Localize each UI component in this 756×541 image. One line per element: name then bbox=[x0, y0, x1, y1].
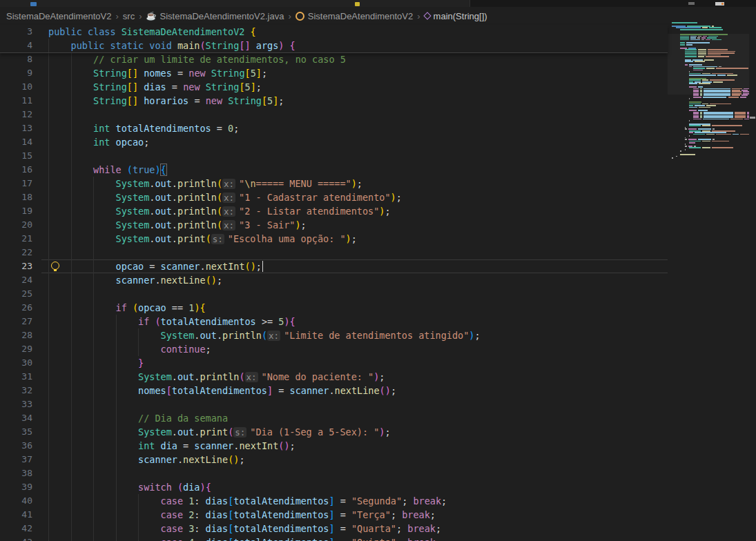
line-number[interactable]: 19 bbox=[0, 204, 32, 218]
code-line[interactable]: 39 switch (dia){ bbox=[0, 480, 668, 494]
line-number[interactable]: 3 bbox=[0, 25, 32, 39]
code-line[interactable]: 18 System.out.println(x:"1 - Cadastrar a… bbox=[0, 190, 668, 204]
line-number[interactable]: 9 bbox=[0, 66, 32, 80]
line-number[interactable]: 28 bbox=[0, 328, 32, 342]
line-number[interactable]: 25 bbox=[0, 287, 32, 301]
line-number[interactable]: 33 bbox=[0, 397, 32, 411]
code-line[interactable]: 33 bbox=[0, 397, 668, 411]
code-line[interactable]: 21 System.out.print(s:"Escolha uma opção… bbox=[0, 232, 668, 246]
minimap[interactable] bbox=[668, 22, 749, 541]
line-number[interactable]: 26 bbox=[0, 301, 32, 315]
line-number[interactable]: 41 bbox=[0, 508, 32, 522]
code-line[interactable]: 36 int dia = scanner.nextInt(); bbox=[0, 439, 668, 453]
indent-guide bbox=[71, 287, 72, 301]
line-number[interactable]: 12 bbox=[0, 108, 32, 121]
breadcrumb-item[interactable]: SistemaDeAtendimentoV2 bbox=[295, 11, 413, 21]
code-line[interactable]: 10 String[] dias = new String[5]; bbox=[0, 80, 668, 94]
line-number[interactable]: 29 bbox=[0, 342, 32, 356]
symbol-class-icon bbox=[295, 12, 304, 21]
code-area[interactable]: 8 // criar um limite de atendimentos, no… bbox=[0, 52, 668, 541]
code-line[interactable]: 35 System.out.print(s:"Dia (1-Seg a 5-Se… bbox=[0, 425, 668, 439]
code-line[interactable]: 43 case 4: dias[totalAtendimentos] = "Qu… bbox=[0, 535, 668, 541]
breadcrumb-item[interactable]: ☕SistemaDeAtendimentoV2.java bbox=[146, 11, 284, 21]
code-line[interactable]: 11 String[] horarios = new String[5]; bbox=[0, 94, 668, 108]
line-number[interactable]: 42 bbox=[0, 522, 32, 535]
code-line[interactable]: 31 System.out.println(x:"Nome do pacient… bbox=[0, 370, 668, 384]
code-line[interactable]: 32 nomes[totalAtendimentos] = scanner.ne… bbox=[0, 384, 668, 397]
sticky-scroll[interactable]: 3public class SistemaDeAtendimentoV2 {4 … bbox=[0, 25, 668, 53]
code-line[interactable]: 34 // Dia da semana bbox=[0, 411, 668, 425]
code-line[interactable]: 41 case 2: dias[totalAtendimentos] = "Te… bbox=[0, 508, 668, 522]
active-tab[interactable] bbox=[0, 0, 470, 7]
breadcrumb-item[interactable]: SistemaDeAtendimentoV2 bbox=[6, 11, 111, 21]
line-number[interactable]: 18 bbox=[0, 190, 32, 204]
code-line[interactable]: 24 scanner.nextLine(); bbox=[0, 273, 668, 287]
code-line[interactable]: 38 bbox=[0, 466, 668, 480]
line-number[interactable]: 27 bbox=[0, 315, 32, 328]
code-line[interactable]: 20 System.out.println(x:"3 - Sair"); bbox=[0, 218, 668, 232]
code-line[interactable]: 17 System.out.println(x:"\n===== MENU ==… bbox=[0, 177, 668, 190]
code-line[interactable]: 16 while (true){ bbox=[0, 163, 668, 177]
code-line[interactable]: 3public class SistemaDeAtendimentoV2 { bbox=[0, 25, 668, 39]
code-line[interactable]: 40 case 1: dias[totalAtendimentos] = "Se… bbox=[0, 494, 668, 508]
line-number[interactable]: 38 bbox=[0, 466, 32, 480]
code-text: scanner.nextLine(); bbox=[48, 453, 245, 466]
line-number[interactable]: 14 bbox=[0, 135, 32, 149]
code-line[interactable]: 30 } bbox=[0, 356, 668, 370]
line-number[interactable]: 43 bbox=[0, 535, 32, 541]
line-number[interactable]: 24 bbox=[0, 273, 32, 287]
line-number[interactable]: 40 bbox=[0, 494, 32, 508]
breadcrumb-separator: › bbox=[139, 11, 142, 21]
code-line[interactable]: 25 bbox=[0, 287, 668, 301]
line-number[interactable]: 32 bbox=[0, 384, 32, 397]
line-number[interactable]: 11 bbox=[0, 94, 32, 108]
java-file-icon bbox=[30, 2, 37, 6]
code-line[interactable]: 19 System.out.println(x:"2 - Listar aten… bbox=[0, 204, 668, 218]
line-number[interactable]: 31 bbox=[0, 370, 32, 384]
line-number[interactable]: 21 bbox=[0, 232, 32, 246]
line-number[interactable]: 17 bbox=[0, 177, 32, 190]
code-line[interactable]: 26 if (opcao == 1){ bbox=[0, 301, 668, 315]
line-number[interactable]: 36 bbox=[0, 439, 32, 453]
breadcrumb-item[interactable]: src bbox=[123, 11, 135, 21]
line-number[interactable]: 23 bbox=[0, 259, 32, 273]
code-line[interactable]: 14 int opcao; bbox=[0, 135, 668, 149]
line-number[interactable]: 8 bbox=[0, 52, 32, 66]
breadcrumb-label: main(String[]) bbox=[434, 11, 487, 21]
code-line[interactable]: 13 int totalAtendimentos = 0; bbox=[0, 121, 668, 135]
line-number[interactable]: 35 bbox=[0, 425, 32, 439]
code-line[interactable]: 23 opcao = scanner.nextInt(); bbox=[0, 259, 668, 273]
code-line[interactable]: 12 bbox=[0, 108, 668, 121]
code-line[interactable]: 9 String[] nomes = new String[5]; bbox=[0, 66, 668, 80]
line-number[interactable]: 39 bbox=[0, 480, 32, 494]
split-editor-icon[interactable] bbox=[688, 2, 695, 5]
code-line[interactable]: 29 continue; bbox=[0, 342, 668, 356]
line-number[interactable]: 15 bbox=[0, 149, 32, 163]
breadcrumb-item[interactable]: main(String[]) bbox=[425, 11, 487, 21]
code-editor[interactable]: 8 // criar um limite de atendimentos, no… bbox=[0, 25, 756, 541]
line-number[interactable]: 13 bbox=[0, 121, 32, 135]
code-line[interactable]: 28 System.out.println(x:"Limite de atend… bbox=[0, 328, 668, 342]
code-line[interactable]: 15 bbox=[0, 149, 668, 163]
code-line[interactable]: 37 scanner.nextLine(); bbox=[0, 453, 668, 466]
code-text: System.out.println(x:"2 - Listar atendim… bbox=[48, 204, 391, 219]
code-text: opcao = scanner.nextInt(); bbox=[48, 259, 263, 273]
overview-ruler[interactable] bbox=[749, 25, 756, 541]
line-number[interactable]: 30 bbox=[0, 356, 32, 370]
line-number[interactable]: 34 bbox=[0, 411, 32, 425]
line-number[interactable]: 4 bbox=[0, 39, 32, 52]
code-line[interactable]: 8 // criar um limite de atendimentos, no… bbox=[0, 52, 668, 66]
code-line[interactable]: 22 bbox=[0, 246, 668, 259]
code-line[interactable]: 42 case 3: dias[totalAtendimentos] = "Qu… bbox=[0, 522, 668, 535]
code-text: switch (dia){ bbox=[48, 480, 211, 494]
code-line[interactable]: 27 if (totalAtendimentos >= 5){ bbox=[0, 315, 668, 328]
line-number[interactable]: 10 bbox=[0, 80, 32, 94]
breadcrumb-label: src bbox=[123, 11, 135, 21]
line-number[interactable]: 20 bbox=[0, 218, 32, 232]
line-number[interactable]: 37 bbox=[0, 453, 32, 466]
line-number[interactable]: 22 bbox=[0, 246, 32, 259]
run-button-icon[interactable] bbox=[715, 2, 724, 6]
code-text: nomes[totalAtendimentos] = scanner.nextL… bbox=[48, 384, 396, 397]
line-number[interactable]: 16 bbox=[0, 163, 32, 177]
code-line[interactable]: 4 public static void main(String[] args)… bbox=[0, 39, 668, 52]
